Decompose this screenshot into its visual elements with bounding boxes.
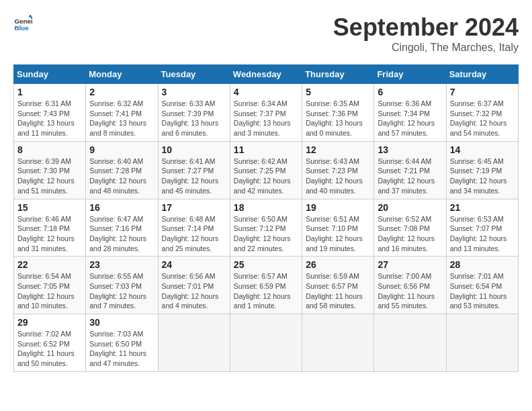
day-number: 18: [234, 202, 298, 213]
calendar-cell: [302, 314, 374, 372]
day-number: 2: [89, 87, 154, 97]
calendar-cell: 18Sunrise: 6:50 AMSunset: 7:12 PMDayligh…: [230, 199, 302, 257]
day-number: 13: [378, 144, 442, 155]
calendar-cell: 12Sunrise: 6:43 AMSunset: 7:23 PMDayligh…: [302, 141, 374, 199]
calendar-cell: 6Sunrise: 6:36 AMSunset: 7:34 PMDaylight…: [374, 84, 446, 142]
calendar-cell: 13Sunrise: 6:44 AMSunset: 7:21 PMDayligh…: [374, 141, 446, 199]
calendar-cell: 16Sunrise: 6:47 AMSunset: 7:16 PMDayligh…: [86, 199, 158, 257]
day-number: 22: [17, 259, 82, 270]
calendar-cell: 23Sunrise: 6:55 AMSunset: 7:03 PMDayligh…: [86, 257, 158, 314]
calendar-cell: [230, 314, 302, 372]
calendar-cell: 3Sunrise: 6:33 AMSunset: 7:39 PMDaylight…: [158, 84, 230, 142]
day-detail: Sunrise: 6:36 AMSunset: 7:34 PMDaylight:…: [378, 99, 435, 137]
title-area: September 2024 Cingoli, The Marches, Ita…: [333, 13, 519, 54]
day-detail: Sunrise: 7:00 AMSunset: 6:56 PMDaylight:…: [378, 272, 435, 310]
svg-marker-2: [28, 14, 32, 17]
calendar-week-3: 15Sunrise: 6:46 AMSunset: 7:18 PMDayligh…: [14, 199, 519, 257]
calendar-cell: 24Sunrise: 6:56 AMSunset: 7:01 PMDayligh…: [158, 257, 230, 314]
day-number: 11: [234, 144, 298, 155]
day-number: 23: [89, 259, 154, 270]
day-number: 16: [89, 202, 154, 213]
calendar-cell: 14Sunrise: 6:45 AMSunset: 7:19 PMDayligh…: [446, 141, 518, 199]
day-detail: Sunrise: 7:02 AMSunset: 6:52 PMDaylight:…: [17, 330, 75, 367]
day-number: 26: [306, 259, 370, 270]
logo-icon: General Blue: [13, 13, 32, 32]
day-number: 19: [306, 202, 370, 213]
calendar-cell: 10Sunrise: 6:41 AMSunset: 7:27 PMDayligh…: [158, 141, 230, 199]
day-detail: Sunrise: 6:52 AMSunset: 7:08 PMDaylight:…: [378, 215, 435, 253]
calendar-cell: 22Sunrise: 6:54 AMSunset: 7:05 PMDayligh…: [14, 257, 86, 314]
day-detail: Sunrise: 6:51 AMSunset: 7:10 PMDaylight:…: [306, 215, 363, 253]
day-number: 7: [450, 87, 515, 97]
day-detail: Sunrise: 7:01 AMSunset: 6:54 PMDaylight:…: [450, 272, 507, 310]
header-sunday: Sunday: [14, 65, 86, 84]
day-number: 25: [234, 259, 298, 270]
calendar-cell: 19Sunrise: 6:51 AMSunset: 7:10 PMDayligh…: [302, 199, 374, 257]
day-detail: Sunrise: 6:31 AMSunset: 7:43 PMDaylight:…: [17, 99, 75, 137]
day-detail: Sunrise: 6:44 AMSunset: 7:21 PMDaylight:…: [378, 157, 435, 195]
day-detail: Sunrise: 6:41 AMSunset: 7:27 PMDaylight:…: [162, 157, 219, 195]
day-detail: Sunrise: 6:42 AMSunset: 7:25 PMDaylight:…: [234, 157, 291, 195]
day-detail: Sunrise: 6:50 AMSunset: 7:12 PMDaylight:…: [234, 215, 291, 253]
calendar-cell: 4Sunrise: 6:34 AMSunset: 7:37 PMDaylight…: [230, 84, 302, 142]
calendar-cell: 21Sunrise: 6:53 AMSunset: 7:07 PMDayligh…: [446, 199, 518, 257]
page-header: General Blue September 2024 Cingoli, The…: [13, 13, 519, 54]
calendar-cell: 15Sunrise: 6:46 AMSunset: 7:18 PMDayligh…: [14, 199, 86, 257]
day-detail: Sunrise: 6:57 AMSunset: 6:59 PMDaylight:…: [234, 272, 291, 310]
day-number: 5: [306, 87, 370, 97]
day-detail: Sunrise: 6:37 AMSunset: 7:32 PMDaylight:…: [450, 99, 507, 137]
day-number: 6: [378, 87, 442, 97]
day-detail: Sunrise: 6:43 AMSunset: 7:23 PMDaylight:…: [306, 157, 363, 195]
day-number: 28: [450, 259, 515, 270]
header-tuesday: Tuesday: [158, 65, 230, 84]
svg-text:Blue: Blue: [14, 24, 29, 32]
day-number: 12: [306, 144, 370, 155]
calendar-cell: 11Sunrise: 6:42 AMSunset: 7:25 PMDayligh…: [230, 141, 302, 199]
day-number: 14: [450, 144, 515, 155]
location-title: Cingoli, The Marches, Italy: [333, 42, 519, 54]
calendar-cell: [158, 314, 230, 372]
day-detail: Sunrise: 6:59 AMSunset: 6:57 PMDaylight:…: [306, 272, 363, 310]
day-number: 17: [162, 202, 226, 213]
day-number: 29: [17, 317, 82, 328]
logo: General Blue: [13, 13, 32, 32]
day-detail: Sunrise: 6:35 AMSunset: 7:36 PMDaylight:…: [306, 99, 363, 137]
day-number: 4: [234, 87, 298, 97]
day-number: 9: [89, 144, 154, 155]
month-title: September 2024: [333, 13, 519, 42]
calendar-cell: [446, 314, 518, 372]
calendar-cell: [374, 314, 446, 372]
day-number: 15: [17, 202, 82, 213]
day-detail: Sunrise: 6:45 AMSunset: 7:19 PMDaylight:…: [450, 157, 507, 195]
day-detail: Sunrise: 6:40 AMSunset: 7:28 PMDaylight:…: [89, 157, 146, 195]
calendar-cell: 25Sunrise: 6:57 AMSunset: 6:59 PMDayligh…: [230, 257, 302, 314]
day-detail: Sunrise: 7:03 AMSunset: 6:50 PMDaylight:…: [89, 330, 146, 367]
day-number: 20: [378, 202, 442, 213]
day-detail: Sunrise: 6:48 AMSunset: 7:14 PMDaylight:…: [162, 215, 219, 253]
day-number: 30: [89, 317, 154, 328]
day-detail: Sunrise: 6:54 AMSunset: 7:05 PMDaylight:…: [17, 272, 75, 310]
day-number: 10: [162, 144, 226, 155]
day-detail: Sunrise: 6:32 AMSunset: 7:41 PMDaylight:…: [89, 99, 146, 137]
calendar-cell: 2Sunrise: 6:32 AMSunset: 7:41 PMDaylight…: [86, 84, 158, 142]
calendar-cell: 26Sunrise: 6:59 AMSunset: 6:57 PMDayligh…: [302, 257, 374, 314]
calendar-cell: 8Sunrise: 6:39 AMSunset: 7:30 PMDaylight…: [14, 141, 86, 199]
header-thursday: Thursday: [302, 65, 374, 84]
calendar-cell: 7Sunrise: 6:37 AMSunset: 7:32 PMDaylight…: [446, 84, 518, 142]
day-detail: Sunrise: 6:34 AMSunset: 7:37 PMDaylight:…: [234, 99, 291, 137]
day-number: 8: [17, 144, 82, 155]
day-detail: Sunrise: 6:56 AMSunset: 7:01 PMDaylight:…: [162, 272, 219, 310]
calendar-cell: 20Sunrise: 6:52 AMSunset: 7:08 PMDayligh…: [374, 199, 446, 257]
calendar-week-5: 29Sunrise: 7:02 AMSunset: 6:52 PMDayligh…: [14, 314, 519, 372]
day-detail: Sunrise: 6:39 AMSunset: 7:30 PMDaylight:…: [17, 157, 75, 195]
calendar-table: SundayMondayTuesdayWednesdayThursdayFrid…: [13, 64, 519, 372]
calendar-cell: 17Sunrise: 6:48 AMSunset: 7:14 PMDayligh…: [158, 199, 230, 257]
day-detail: Sunrise: 6:46 AMSunset: 7:18 PMDaylight:…: [17, 215, 75, 253]
calendar-cell: 5Sunrise: 6:35 AMSunset: 7:36 PMDaylight…: [302, 84, 374, 142]
day-number: 3: [162, 87, 226, 97]
calendar-cell: 28Sunrise: 7:01 AMSunset: 6:54 PMDayligh…: [446, 257, 518, 314]
header-monday: Monday: [86, 65, 158, 84]
day-detail: Sunrise: 6:55 AMSunset: 7:03 PMDaylight:…: [89, 272, 146, 310]
day-number: 27: [378, 259, 442, 270]
calendar-week-1: 1Sunrise: 6:31 AMSunset: 7:43 PMDaylight…: [14, 84, 519, 142]
